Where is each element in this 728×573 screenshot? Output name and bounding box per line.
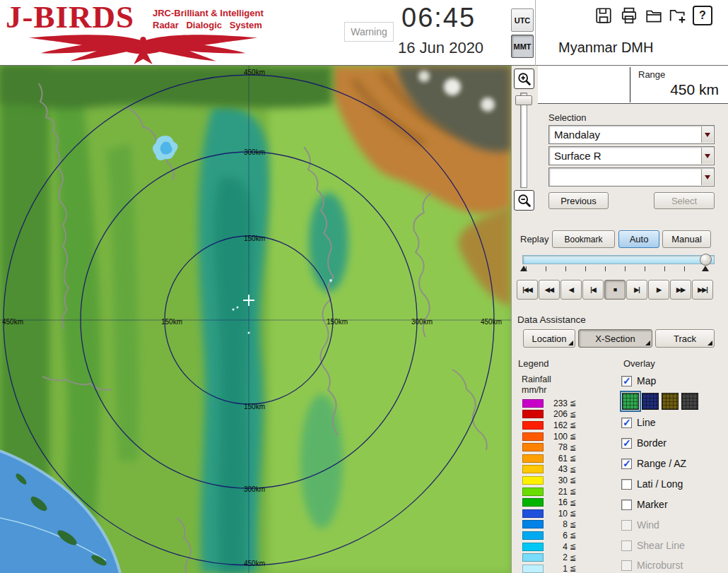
marker-checkbox[interactable] — [621, 500, 632, 510]
microburst-checkbox[interactable] — [621, 560, 632, 571]
legend-color-swatch — [522, 509, 544, 518]
control-panel: Range 450 km Selection Mandalay Surface … — [511, 66, 728, 573]
ring-label: 150km — [244, 235, 265, 242]
legend-suffix: ≦ — [570, 498, 576, 507]
map-style-green-swatch[interactable] — [622, 393, 639, 410]
legend-row: 233≦ — [522, 398, 607, 409]
location-button[interactable]: Location — [523, 329, 575, 348]
ring-label: 150km — [244, 403, 265, 410]
shear-line-checkbox[interactable] — [621, 540, 632, 551]
utc-toggle-button[interactable]: UTC — [511, 8, 534, 32]
corner-triangle-icon — [708, 341, 712, 345]
stop-button[interactable]: ■ — [604, 280, 626, 300]
replay-slider-thumb[interactable] — [700, 254, 712, 266]
site-dropdown[interactable]: Mandalay — [548, 125, 715, 144]
range-az-checkbox[interactable] — [621, 459, 632, 469]
step-forward-button[interactable]: ▶| — [626, 280, 647, 300]
legend-color-swatch — [522, 476, 544, 485]
overlay-row-map[interactable]: Map — [621, 374, 727, 388]
eagle-logo-icon — [7, 33, 279, 66]
logo-subtitle-2: Radar Dialogic System — [153, 20, 262, 30]
line-checkbox[interactable] — [621, 418, 632, 428]
manual-button[interactable]: Manual — [662, 230, 711, 248]
xsection-button-label: X-Section — [595, 333, 635, 344]
map-checkbox[interactable] — [621, 376, 632, 386]
print-button[interactable] — [619, 6, 639, 25]
map-canvas: 450km 300km 150km 150km 300km 450km 450k… — [0, 66, 511, 573]
fast-rewind-button[interactable]: ◀◀ — [539, 280, 560, 300]
select-button[interactable]: Select — [654, 192, 715, 209]
radar-map[interactable]: 450km 300km 150km 150km 300km 450km 450k… — [0, 66, 511, 573]
zoom-slider-track[interactable] — [520, 93, 527, 188]
ring-label: 300km — [244, 148, 265, 156]
legend-value: 4 — [544, 542, 568, 552]
product-dropdown[interactable]: Surface R — [548, 146, 715, 165]
warning-label: Warning — [351, 26, 387, 37]
clock-date: 16 Jun 2020 — [398, 39, 483, 57]
play-button[interactable]: ▶ — [648, 280, 669, 300]
legend-unit-line2: mm/hr — [522, 385, 546, 395]
magnifier-minus-icon — [517, 193, 532, 208]
xsection-button[interactable]: X-Section — [578, 329, 652, 348]
zoom-slider-thumb[interactable] — [515, 95, 532, 105]
fast-forward-button[interactable]: ▶▶ — [670, 280, 691, 300]
auto-button[interactable]: Auto — [618, 230, 659, 248]
overlay-row-wind[interactable]: Wind — [621, 518, 727, 532]
legend-value: 16 — [544, 497, 568, 507]
bookmark-button[interactable]: Bookmark — [552, 230, 615, 248]
zoom-in-button[interactable] — [514, 69, 534, 89]
warning-indicator[interactable]: Warning — [344, 22, 394, 42]
previous-button[interactable]: Previous — [548, 192, 609, 209]
overlay-heading: Overlay — [623, 358, 655, 369]
legend-suffix: ≦ — [570, 564, 576, 573]
overlay-label: Map — [637, 375, 656, 386]
zoom-out-button[interactable] — [514, 190, 534, 211]
corner-triangle-icon — [645, 341, 650, 345]
overlay-row-range-az[interactable]: Range / AZ — [621, 456, 727, 471]
legend-color-swatch — [522, 399, 544, 408]
mmt-toggle-button[interactable]: MMT — [511, 35, 534, 58]
skip-to-end-button[interactable]: ▶▶| — [692, 280, 713, 300]
overlay-row-shear-line[interactable]: Shear Line — [621, 538, 727, 553]
map-style-navy-swatch[interactable] — [642, 393, 659, 410]
overlay-row-lati-long[interactable]: Lati / Long — [621, 477, 727, 491]
product-dropdown-value: Surface R — [554, 150, 601, 162]
selection-label: Selection — [548, 112, 586, 123]
map-style-gray-swatch[interactable] — [681, 393, 698, 410]
overlay-row-line[interactable]: Line — [621, 415, 727, 430]
legend-value: 61 — [544, 454, 568, 463]
header-separator — [535, 0, 536, 66]
overlay-row-microburst[interactable]: Microburst — [621, 558, 727, 572]
overlay-row-border[interactable]: Border — [621, 436, 727, 450]
step-back-button[interactable]: |◀ — [582, 280, 604, 300]
play-reverse-button[interactable]: ◀ — [560, 280, 582, 300]
import-data-button[interactable] — [668, 6, 688, 25]
border-checkbox[interactable] — [621, 438, 632, 449]
help-button[interactable]: ? — [693, 6, 712, 25]
legend-value: 30 — [544, 475, 568, 485]
legend-suffix: ≦ — [570, 531, 576, 540]
map-style-olive-swatch[interactable] — [662, 393, 679, 410]
site-dropdown-button[interactable] — [701, 126, 713, 143]
lati-long-checkbox[interactable] — [621, 479, 632, 490]
ring-label: 150km — [161, 318, 182, 326]
product-dropdown-button[interactable] — [701, 148, 713, 164]
legend-color-swatch — [522, 432, 544, 441]
overlay-label: Range / AZ — [637, 458, 686, 469]
extra-dropdown[interactable] — [548, 167, 715, 187]
wind-checkbox[interactable] — [621, 520, 632, 531]
legend-row: 162≦ — [522, 420, 607, 431]
legend-value: 2 — [544, 553, 568, 562]
save-button[interactable] — [594, 6, 613, 25]
legend-value: 233 — [544, 398, 568, 408]
extra-dropdown-button[interactable] — [701, 169, 713, 185]
legend-row: 8≦ — [522, 519, 607, 531]
overlay-row-marker[interactable]: Marker — [621, 497, 727, 512]
replay-slider-track[interactable] — [522, 255, 715, 264]
track-button[interactable]: Track — [655, 329, 715, 348]
open-file-button[interactable] — [644, 6, 664, 25]
overlay-label: Marker — [637, 499, 668, 510]
skip-to-start-button[interactable]: |◀◀ — [517, 280, 538, 300]
legend-row: 1≦ — [522, 563, 607, 573]
ring-label: 300km — [411, 318, 433, 326]
